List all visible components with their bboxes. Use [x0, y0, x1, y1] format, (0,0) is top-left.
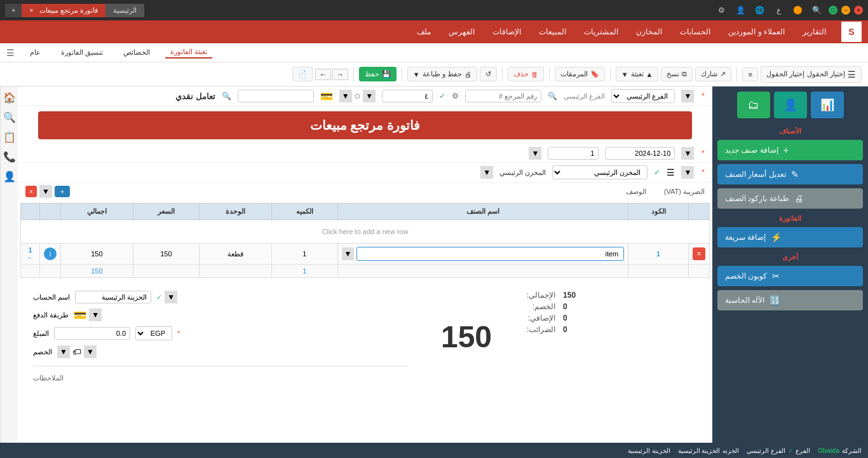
- circle-btn[interactable]: ▼: [339, 90, 352, 102]
- secondary-fill-invoice[interactable]: تعبئة الفاتورة: [165, 46, 212, 59]
- add-row-hint-row[interactable]: Click here to add a new row: [21, 220, 710, 244]
- required-star1: *: [702, 92, 705, 101]
- close-window-btn[interactable]: ×: [854, 6, 863, 15]
- sep1: [736, 67, 737, 82]
- invoice-title: فاتورة مرتجع مبيعات: [38, 111, 692, 139]
- bookmarks-btn[interactable]: 🔖 المرمقات: [555, 67, 605, 81]
- secondary-format[interactable]: تنسيق الفاتورة: [56, 47, 108, 58]
- menu-item-customers[interactable]: العملاء و الموردين: [721, 25, 792, 39]
- num-dropdown-btn[interactable]: ▼: [529, 147, 541, 160]
- copy-icon: ⧉: [682, 70, 687, 78]
- currency-select[interactable]: EGP: [135, 326, 172, 340]
- menu-item-catalog[interactable]: الفهرس: [441, 25, 482, 39]
- search-branch-icon[interactable]: 🔍: [548, 92, 557, 101]
- app-icon2: ع: [771, 3, 785, 17]
- menu-item-warehouses[interactable]: المخازن: [628, 25, 670, 39]
- menu-item-sales[interactable]: المبيعات: [531, 25, 574, 39]
- minimize-window-btn[interactable]: −: [841, 6, 850, 15]
- search-input[interactable]: [238, 90, 314, 102]
- row-info-btn[interactable]: i: [44, 247, 57, 260]
- menu-item-purchases[interactable]: المشتريات: [576, 25, 626, 39]
- menu-item-accounts[interactable]: الحسابات: [672, 25, 718, 39]
- list-view-icon: ☰: [667, 167, 675, 177]
- fill-dropdown-icon: ▼: [621, 71, 628, 78]
- collapse-btn1[interactable]: ▼: [681, 90, 694, 102]
- branch-check: ✓: [788, 447, 793, 454]
- required-star2: *: [702, 149, 705, 158]
- right-phone-icon[interactable]: 📞: [3, 151, 16, 163]
- amount-input[interactable]: [54, 327, 130, 340]
- menu-item-file[interactable]: ملف: [409, 25, 438, 39]
- ref-input[interactable]: [465, 90, 541, 102]
- search-icon2[interactable]: 🔍: [222, 92, 231, 101]
- menu-item-reports[interactable]: التقارير: [795, 25, 834, 39]
- remove-row-btn[interactable]: ×: [693, 247, 705, 260]
- settings-title-icon[interactable]: ⚙: [714, 3, 728, 17]
- warehouse-select[interactable]: المخزن الرئيسي: [552, 165, 648, 179]
- tab-add[interactable]: +: [5, 4, 22, 17]
- search-title-icon[interactable]: 🔍: [810, 3, 824, 17]
- summary-tax-value: 0: [563, 325, 595, 334]
- save-btn[interactable]: 💾 حفظ: [359, 67, 397, 81]
- share-btn[interactable]: ↗ شارك: [695, 67, 731, 81]
- window-controls[interactable]: × − □: [829, 6, 863, 15]
- sidebar-folder-btn[interactable]: 🗂: [737, 92, 770, 118]
- item-name-input[interactable]: [356, 247, 624, 261]
- maximize-window-btn[interactable]: □: [829, 6, 837, 15]
- method-dropdown-btn[interactable]: ▼: [89, 309, 102, 321]
- nav-prev-btn[interactable]: ←: [315, 69, 331, 80]
- vat-clear-btn[interactable]: ×: [25, 186, 37, 197]
- coupon-btn[interactable]: ✂ كوبون الخصم: [717, 266, 863, 286]
- branch-select[interactable]: الفرع الرئيسي: [611, 89, 675, 103]
- edit-prices-btn[interactable]: ✎ تعديل أسعار الصنف: [717, 164, 863, 184]
- refresh-btn[interactable]: ↺: [480, 67, 497, 81]
- add-row-btn[interactable]: +: [55, 186, 70, 197]
- choose-fields-btn[interactable]: ☰ إختيار الحقول إختيار الحقول: [761, 66, 862, 83]
- item-dropdown-btn[interactable]: ▼: [342, 247, 354, 260]
- secondary-menu-icon[interactable]: ☰: [6, 48, 15, 58]
- col-header-qty: الكميه: [271, 204, 337, 220]
- discount-dropdown-btn1[interactable]: ▼: [84, 345, 97, 358]
- warehouse-dropdown-btn[interactable]: ▼: [480, 166, 493, 179]
- secondary-general[interactable]: عام: [25, 47, 46, 58]
- right-home-icon[interactable]: 🏠: [3, 92, 16, 104]
- tab-close-icon[interactable]: ×: [29, 7, 33, 14]
- company-label: الشركة: [842, 447, 862, 454]
- calc-icon: 🔢: [770, 295, 780, 305]
- secondary-properties[interactable]: الخصائص: [118, 47, 155, 58]
- new-doc-btn[interactable]: 📄: [292, 67, 313, 81]
- date-input[interactable]: [605, 147, 675, 160]
- menu-item-additions[interactable]: الإضافات: [485, 25, 529, 39]
- tab-invoice[interactable]: فاتورة مرتجع مبيعات ×: [22, 4, 105, 17]
- right-user-icon[interactable]: 👤: [3, 170, 16, 183]
- vat-dropdown-btn[interactable]: ▼: [39, 185, 52, 198]
- print-btn[interactable]: 🖨 حفظ و طباعة ▼: [407, 67, 477, 81]
- print-barcode-btn[interactable]: 🖨 طباعة باركود الصنف: [717, 188, 863, 209]
- quick-add-btn[interactable]: ⚡ إضافة سريعة: [717, 227, 863, 247]
- right-list-icon[interactable]: 📋: [3, 131, 16, 143]
- sidebar-grid-btn[interactable]: 📊: [811, 92, 844, 118]
- fill-btn[interactable]: ▲ تعبئة ▼: [616, 67, 659, 81]
- invoice-num-input[interactable]: [548, 147, 599, 160]
- discount-dropdown-btn2[interactable]: ▼: [57, 345, 70, 358]
- field4[interactable]: [382, 90, 433, 102]
- delete-btn[interactable]: 🗑 حذف: [508, 67, 544, 81]
- collapse-warehouse-btn[interactable]: ▼: [681, 166, 694, 179]
- field4-btn[interactable]: ▼: [363, 90, 376, 102]
- account-input[interactable]: [75, 291, 151, 303]
- list-view-btn[interactable]: ≡: [742, 67, 757, 81]
- row-name-cell[interactable]: ▼: [337, 244, 628, 265]
- collapse-date-btn[interactable]: ▼: [681, 147, 694, 160]
- save-icon: 💾: [382, 70, 391, 78]
- sidebar-user-btn[interactable]: 👤: [774, 92, 807, 118]
- account-label: اسم الحساب: [33, 293, 70, 302]
- tab-home[interactable]: الرئيسية: [105, 4, 144, 17]
- account-dropdown-btn[interactable]: ▼: [165, 291, 177, 303]
- add-new-item-btn[interactable]: + إضافة صنف جديد: [717, 140, 863, 160]
- settings-icon[interactable]: ⚙: [452, 92, 459, 101]
- copy-btn[interactable]: ⧉ نسخ: [661, 67, 693, 81]
- nav-next-btn[interactable]: →: [332, 69, 348, 80]
- right-search-icon[interactable]: 🔍: [3, 111, 16, 123]
- calculator-btn[interactable]: 🔢 الآله الحاسبة: [717, 290, 863, 310]
- user-title-icon[interactable]: 👤: [733, 3, 747, 17]
